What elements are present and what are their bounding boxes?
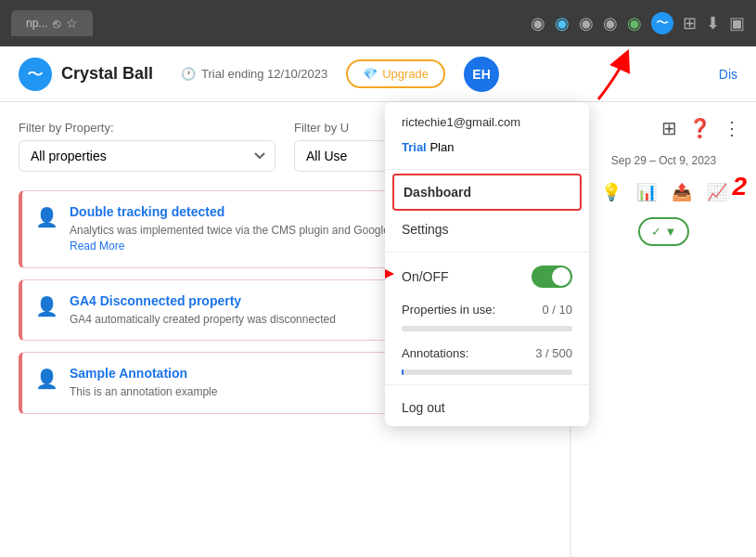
alert-desc-3: This is an annotation example — [70, 384, 217, 400]
app-logo: 〜 — [19, 58, 52, 91]
properties-row: Properties in use: 0 / 10 — [385, 297, 589, 322]
upgrade-label: Upgrade — [382, 67, 429, 81]
dis-label: Dis — [719, 67, 737, 82]
read-more-link-1[interactable]: Read More — [70, 240, 124, 253]
avatar-button[interactable]: EH — [464, 57, 499, 92]
right-panel: ⊞ ❓ ⋮ Sep 29 – Oct 9, 2023 💡 📊 📤 📈 ✓ ▼ — [570, 102, 756, 557]
divider-1 — [385, 169, 589, 170]
ext-icon-5[interactable]: ◉ — [627, 13, 642, 33]
user-dropdown-menu: rictechie1@gmail.com Trial Plan Dashboar… — [385, 102, 589, 426]
logo-area: 〜 Crystal Ball — [19, 58, 153, 91]
annotations-progress-bar — [402, 369, 572, 375]
dashboard-menu-item[interactable]: Dashboard — [392, 174, 582, 211]
upgrade-icon: 💎 — [363, 67, 378, 81]
dropdown-plan: Trial Plan — [385, 136, 589, 165]
ext-icon-3[interactable]: ◉ — [579, 13, 594, 33]
browser-tab[interactable]: np... ⎋ ☆ — [11, 10, 93, 36]
upgrade-button[interactable]: 💎 Upgrade — [346, 59, 445, 88]
dropdown-email: rictechie1@gmail.com — [385, 102, 589, 136]
alert-icon-3: 👤 — [35, 368, 58, 390]
bulb-icon[interactable]: 💡 — [601, 182, 621, 202]
tab-label: np... — [26, 17, 47, 30]
help-icon[interactable]: ❓ — [688, 117, 711, 139]
action-icons: 💡 📊 📤 📈 — [601, 182, 727, 202]
onoff-label: On/OFF — [402, 269, 449, 284]
check-icon: ✓ — [651, 225, 661, 239]
main-content: Filter by Property: All properties Filte… — [0, 102, 756, 557]
plan-trial-label: Trial — [402, 140, 427, 154]
alert-icon-1: 👤 — [35, 206, 58, 228]
logout-menu-item[interactable]: Log out — [385, 389, 589, 426]
alert-icon-2: 👤 — [35, 295, 58, 317]
properties-label: Properties in use: — [402, 303, 495, 317]
trial-info: 🕐 Trial ending 12/10/2023 — [181, 67, 327, 81]
more-icon[interactable]: ⋮ — [723, 117, 741, 139]
alert-title-2[interactable]: GA4 Disconnected property — [70, 293, 336, 308]
dashboard-label: Dashboard — [404, 185, 471, 200]
share-browser-icon[interactable]: ⎋ — [53, 16, 60, 31]
share-icon[interactable]: 📤 — [672, 182, 692, 202]
plan-suffix: Plan — [429, 140, 454, 154]
property-filter-select[interactable]: All properties — [19, 140, 275, 172]
verify-button[interactable]: ✓ ▼ — [638, 217, 690, 246]
divider-3 — [385, 384, 589, 385]
properties-value: 0 / 10 — [542, 303, 572, 317]
annotations-progress-fill — [402, 369, 404, 375]
alert-title-3[interactable]: Sample Annotation — [70, 366, 217, 381]
trial-text: Trial ending 12/10/2023 — [201, 67, 327, 81]
divider-2 — [385, 252, 589, 253]
app-name: Crystal Ball — [61, 64, 153, 84]
annotations-label: Annotations: — [402, 346, 468, 360]
step-2-annotation: 2 — [732, 172, 747, 201]
onoff-row: On/OFF — [385, 256, 589, 297]
onoff-toggle[interactable] — [532, 266, 572, 288]
window-icon[interactable]: ▣ — [729, 13, 745, 33]
date-range: Sep 29 – Oct 9, 2023 — [611, 154, 716, 167]
grid-icon[interactable]: ⊞ — [661, 117, 677, 139]
puzzle-icon[interactable]: ⊞ — [683, 13, 697, 33]
right-panel-icons: ⊞ ❓ ⋮ — [586, 117, 741, 139]
logo-symbol: 〜 — [27, 63, 44, 85]
chart-icon[interactable]: 📊 — [636, 182, 657, 202]
star-browser-icon[interactable]: ☆ — [66, 16, 78, 31]
header-right: Dis — [719, 67, 737, 82]
settings-menu-item[interactable]: Settings — [385, 211, 589, 248]
settings-label: Settings — [402, 222, 449, 237]
ext-icon-4[interactable]: ◉ — [603, 13, 618, 33]
graph-icon[interactable]: 📈 — [707, 182, 727, 202]
logout-label: Log out — [402, 400, 445, 415]
crystal-ball-ext-icon[interactable]: 〜 — [651, 12, 673, 34]
browser-chrome: np... ⎋ ☆ ◉ ◉ ◉ ◉ ◉ 〜 ⊞ ⬇ ▣ — [0, 0, 756, 46]
properties-progress-bar — [402, 326, 572, 331]
alert-content-3: Sample Annotation This is an annotation … — [70, 366, 217, 400]
property-filter-group: Filter by Property: All properties — [19, 121, 275, 172]
clock-icon: 🕐 — [181, 67, 196, 81]
annotations-value: 3 / 500 — [535, 346, 572, 360]
app-header: 〜 Crystal Ball 🕐 Trial ending 12/10/2023… — [0, 46, 756, 102]
annotations-row: Annotations: 3 / 500 — [385, 341, 589, 366]
alert-content-2: GA4 Disconnected property GA4 automatica… — [70, 293, 336, 328]
browser-controls: ◉ ◉ ◉ ◉ ◉ 〜 ⊞ ⬇ ▣ — [531, 12, 745, 34]
dashboard-arrow — [385, 260, 394, 291]
download-icon[interactable]: ⬇ — [706, 13, 720, 33]
ext-icon-2[interactable]: ◉ — [555, 13, 570, 33]
property-filter-label: Filter by Property: — [19, 121, 275, 135]
ext-icon-1[interactable]: ◉ — [531, 13, 545, 33]
alert-desc-2: GA4 automatically created property was d… — [70, 312, 336, 328]
dropdown-arrow: ▼ — [665, 225, 677, 239]
